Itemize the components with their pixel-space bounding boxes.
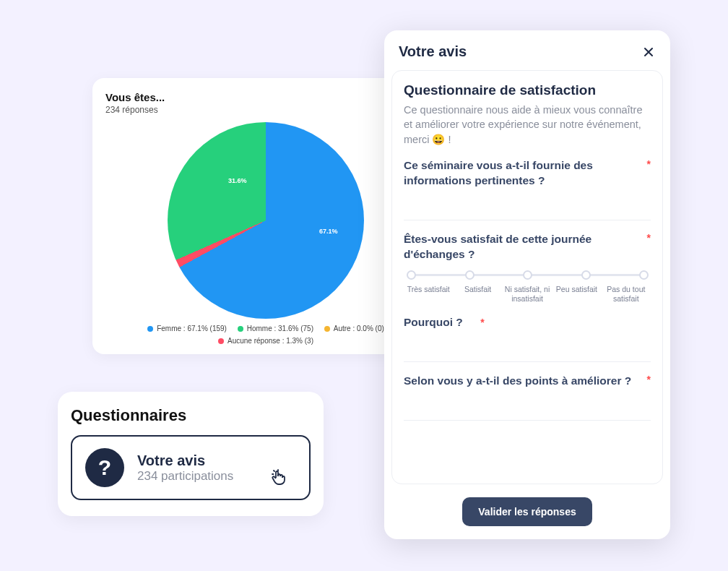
- legend-item: Aucune réponse : 1.3% (3): [218, 335, 313, 347]
- answer-input[interactable]: [404, 196, 651, 220]
- questionnaire-item-sub: 234 participations: [137, 469, 233, 484]
- question-4: Selon vous y a-t-il des points à amélior…: [404, 374, 651, 421]
- questionnaires-title: Questionnaires: [71, 406, 311, 425]
- form-description: Ce questionnaire nous aide à mieux vous …: [404, 103, 651, 147]
- feedback-modal: Votre avis Questionnaire de satisfaction…: [384, 30, 670, 539]
- form-title: Questionnaire de satisfaction: [404, 82, 651, 98]
- pie-label-main: 67.1%: [319, 228, 338, 235]
- required-mark: *: [480, 317, 484, 328]
- required-mark: *: [647, 232, 651, 244]
- satisfaction-slider[interactable]: Très satisfait Satisfait Ni satisfait, n…: [404, 274, 651, 304]
- question-2: Êtes-vous satisfait de cette journée d'é…: [404, 232, 651, 304]
- question-text: Êtes-vous satisfait de cette journée d'é…: [404, 232, 651, 262]
- pointer-cursor-icon: [270, 468, 287, 486]
- chart-title: Vous êtes...: [105, 91, 426, 103]
- required-mark: *: [647, 374, 651, 385]
- legend-item: Autre : 0.0% (0): [324, 323, 384, 335]
- question-text: Ce séminaire vous a-t-il fournie des inf…: [404, 158, 651, 189]
- answer-input[interactable]: [404, 396, 651, 421]
- question-1: Ce séminaire vous a-t-il fournie des inf…: [404, 158, 651, 220]
- legend-item: Homme : 31.6% (75): [238, 323, 313, 335]
- chart-legend: Femme : 67.1% (159) Homme : 31.6% (75) A…: [105, 323, 426, 348]
- close-icon[interactable]: [641, 45, 656, 59]
- modal-title: Votre avis: [399, 43, 467, 60]
- slider-labels: Très satisfait Satisfait Ni satisfait, n…: [404, 285, 651, 304]
- question-text: Pourquoi ?: [404, 316, 472, 328]
- modal-body: Questionnaire de satisfaction Ce questio…: [391, 70, 663, 484]
- answer-input[interactable]: [404, 338, 651, 362]
- submit-button[interactable]: Valider les réponses: [462, 497, 592, 526]
- questionnaire-item-title: Votre avis: [137, 452, 233, 469]
- questionnaire-item[interactable]: ? Votre avis 234 participations: [71, 435, 311, 500]
- question-3: Pourquoi ? *: [404, 315, 651, 362]
- legend-item: Femme : 67.1% (159): [147, 323, 227, 335]
- pie-chart: 67.1% 31.6%: [168, 122, 364, 319]
- question-text: Selon vous y a-t-il des points à amélior…: [404, 374, 651, 389]
- pie-label-secondary: 31.6%: [228, 177, 247, 184]
- required-mark: *: [647, 158, 651, 170]
- question-icon: ?: [85, 448, 124, 487]
- questionnaires-card: Questionnaires ? Votre avis 234 particip…: [58, 392, 324, 516]
- chart-subtitle: 234 réponses: [105, 105, 426, 115]
